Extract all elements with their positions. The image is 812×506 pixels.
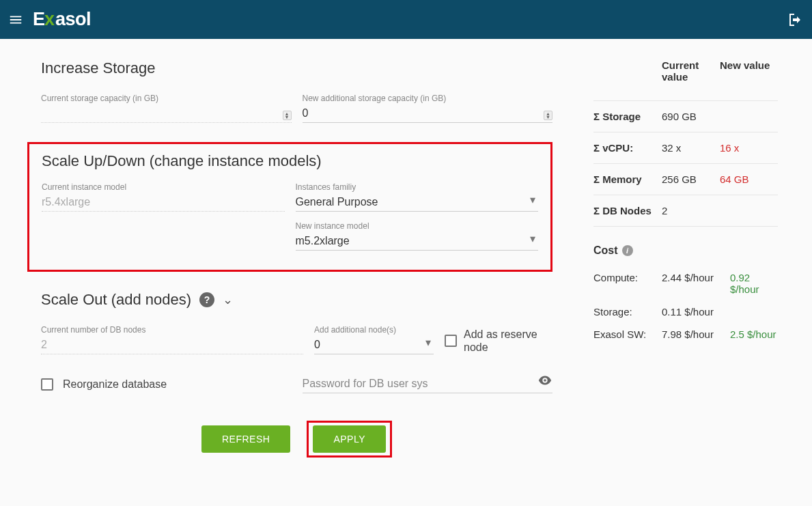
current-storage-input — [41, 104, 292, 123]
summary-sidebar: Current value New value Σ Storage690 GBΣ… — [580, 59, 812, 458]
spinner-icon: ▲▼ — [283, 111, 292, 120]
svg-text:asol: asol — [55, 10, 91, 29]
summary-new — [720, 111, 778, 122]
summary-label: Σ vCPU: — [593, 142, 662, 154]
summary-row: Σ vCPU:32 x16 x — [593, 132, 778, 164]
cost-row: Exasol SW:7.98 $/hour2.5 $/hour — [593, 323, 778, 346]
summary-label: Σ DB Nodes — [593, 205, 662, 216]
summary-current: 690 GB — [662, 111, 720, 122]
reorganize-checkbox[interactable] — [41, 378, 53, 391]
summary-label: Σ Memory — [593, 173, 662, 185]
svg-text:x: x — [44, 10, 55, 29]
instance-family-select[interactable] — [296, 193, 539, 212]
cost-current: 7.98 $/hour — [662, 328, 730, 340]
cost-new: 0.92 $/hour — [730, 272, 778, 295]
cost-row: Compute:2.44 $/hour0.92 $/hour — [593, 266, 778, 300]
scaleout-title: Scale Out (add nodes) — [41, 291, 191, 309]
add-nodes-select[interactable] — [314, 336, 434, 354]
summary-label: Σ Storage — [593, 111, 662, 122]
summary-new: 64 GB — [720, 173, 778, 185]
apply-button[interactable]: Apply — [313, 425, 386, 453]
summary-header-new: New value — [720, 59, 778, 83]
logo: E x asol — [33, 10, 124, 29]
summary-row: Σ DB Nodes2 — [593, 195, 778, 227]
db-password-input[interactable] — [303, 375, 553, 393]
cost-new: 2.5 $/hour — [730, 328, 778, 340]
reserve-node-label: Add as reserve node — [464, 328, 552, 354]
summary-row: Σ Storage690 GB — [593, 100, 778, 132]
logout-icon[interactable] — [787, 12, 804, 28]
new-model-label: New instance model — [296, 221, 539, 231]
summary-current: 256 GB — [662, 173, 720, 185]
help-icon[interactable]: ? — [199, 292, 214, 307]
new-storage-input[interactable] — [303, 104, 553, 123]
cost-label: Compute: — [593, 272, 662, 295]
cost-row: Storage:0.11 $/hour — [593, 300, 778, 323]
summary-current: 32 x — [662, 142, 720, 154]
new-model-select[interactable] — [296, 232, 539, 251]
spinner-icon[interactable]: ▲▼ — [544, 111, 552, 120]
new-storage-label: New additional storage capacity (in GB) — [303, 94, 553, 103]
current-model-label: Current instance model — [42, 182, 285, 192]
summary-new: 16 x — [720, 142, 778, 154]
cost-current: 0.11 $/hour — [662, 306, 730, 318]
cost-label: Storage: — [593, 306, 662, 318]
reorganize-label: Reorganize database — [63, 378, 167, 391]
reserve-node-checkbox[interactable] — [445, 335, 457, 347]
summary-current: 2 — [662, 205, 720, 216]
scale-title: Scale Up/Down (change instance models) — [42, 152, 538, 170]
current-nodes-label: Current number of DB nodes — [41, 325, 303, 335]
current-nodes-input — [41, 336, 303, 354]
summary-header-current: Current value — [662, 59, 720, 83]
summary-new — [720, 205, 778, 216]
app-header: E x asol — [0, 0, 812, 39]
add-nodes-label: Add additional node(s) — [314, 325, 434, 335]
cost-new — [730, 306, 778, 318]
refresh-button[interactable]: Refresh — [201, 425, 290, 453]
instance-family-label: Instances familiy — [296, 182, 539, 192]
info-icon[interactable]: i — [622, 245, 633, 256]
cost-label: Exasol SW: — [593, 328, 662, 340]
eye-icon[interactable] — [537, 373, 552, 391]
cost-current: 2.44 $/hour — [662, 272, 730, 295]
apply-highlight: Apply — [307, 421, 392, 458]
scale-updown-section: Scale Up/Down (change instance models) C… — [27, 142, 552, 272]
storage-title: Increase Storage — [41, 59, 552, 77]
menu-icon[interactable] — [8, 12, 23, 27]
current-model-input — [42, 193, 285, 212]
chevron-down-icon[interactable]: ⌄ — [223, 292, 233, 307]
summary-row: Σ Memory256 GB64 GB — [593, 164, 778, 195]
cost-title: Cost — [593, 244, 618, 257]
svg-text:E: E — [33, 10, 45, 29]
current-storage-label: Current storage capacity (in GB) — [41, 94, 292, 103]
